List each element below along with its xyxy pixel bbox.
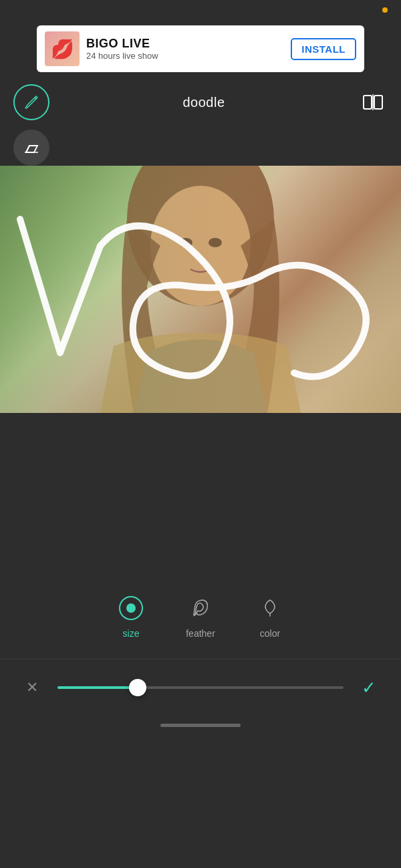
brush-button[interactable] [13,84,49,120]
color-option[interactable]: color [255,593,285,639]
bottom-area [0,413,401,547]
size-option[interactable]: size [116,593,146,639]
ad-install-button[interactable]: INSTALL [291,38,356,60]
eraser-row [0,130,401,166]
ad-title: BIGO LIVE [86,37,284,51]
color-icon [255,593,285,623]
slider-track-wrap[interactable] [57,676,344,700]
home-indicator [0,716,401,731]
slider-track [57,686,344,689]
confirm-icon: ✓ [362,678,376,698]
svg-rect-0 [364,96,372,109]
doodle-overlay [0,166,401,413]
cancel-button[interactable]: ✕ [20,676,44,700]
eraser-icon [23,139,40,156]
ad-text: BIGO LIVE 24 hours live show [86,37,284,61]
size-label: size [123,628,140,639]
confirm-button[interactable]: ✓ [357,676,381,700]
compare-button[interactable] [358,88,388,117]
photo-canvas[interactable] [0,166,401,413]
home-bar [160,724,241,727]
cancel-icon: ✕ [26,679,38,696]
status-dot [382,7,388,13]
status-bar [0,0,401,20]
color-label: color [260,628,280,639]
slider-row: ✕ ✓ [0,660,401,716]
size-icon [116,593,146,623]
compare-icon [361,90,385,114]
ad-banner[interactable]: 💋 BIGO LIVE 24 hours live show INSTALL [37,25,364,72]
feather-option[interactable]: feather [186,593,215,639]
slider-thumb[interactable] [129,679,146,696]
toolbar: doodle [0,78,401,127]
eraser-button[interactable] [13,130,49,166]
brush-options: size feather color [0,573,401,645]
ad-image: 💋 [45,31,80,66]
feather-label: feather [186,628,215,639]
toolbar-title: doodle [182,95,225,110]
svg-rect-1 [374,96,382,109]
ad-subtitle: 24 hours live show [86,51,284,61]
feather-icon [186,593,215,623]
brush-icon [23,94,40,111]
